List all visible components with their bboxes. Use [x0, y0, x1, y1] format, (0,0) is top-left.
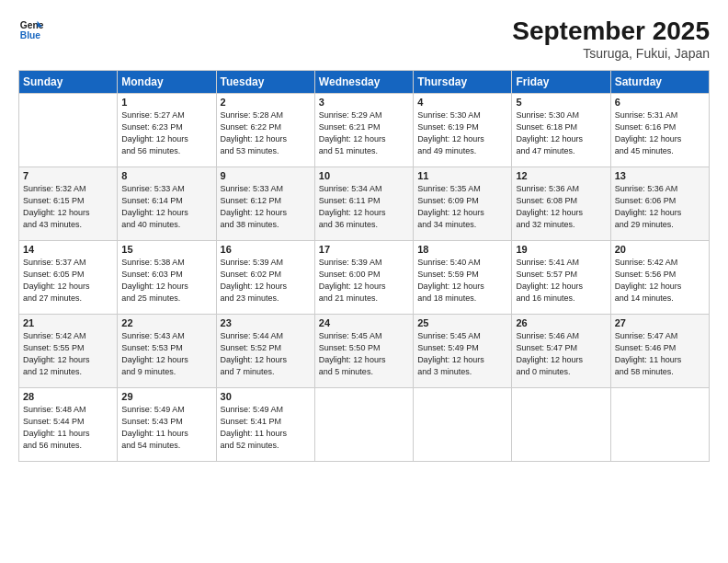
- day-number: 18: [417, 244, 507, 255]
- day-number: 4: [417, 97, 507, 108]
- col-header-tuesday: Tuesday: [216, 71, 314, 94]
- calendar-cell: 17Sunrise: 5:39 AM Sunset: 6:00 PM Dayli…: [314, 241, 413, 315]
- calendar-cell: 25Sunrise: 5:45 AM Sunset: 5:49 PM Dayli…: [414, 315, 512, 388]
- col-header-wednesday: Wednesday: [314, 71, 413, 94]
- month-title: September 2025: [512, 17, 710, 46]
- day-number: 6: [615, 97, 705, 108]
- day-number: 17: [319, 244, 409, 255]
- day-number: 10: [319, 170, 409, 181]
- cell-content: Sunrise: 5:36 AM Sunset: 6:08 PM Dayligh…: [516, 183, 606, 231]
- cell-content: Sunrise: 5:29 AM Sunset: 6:21 PM Dayligh…: [319, 109, 409, 157]
- cell-content: Sunrise: 5:45 AM Sunset: 5:50 PM Dayligh…: [319, 330, 409, 378]
- calendar-cell: [19, 94, 118, 167]
- day-number: 8: [121, 170, 211, 181]
- week-row-4: 21Sunrise: 5:42 AM Sunset: 5:55 PM Dayli…: [19, 315, 710, 388]
- calendar-cell: 9Sunrise: 5:33 AM Sunset: 6:12 PM Daylig…: [216, 167, 314, 241]
- cell-content: Sunrise: 5:30 AM Sunset: 6:18 PM Dayligh…: [516, 109, 606, 157]
- day-number: 22: [121, 317, 211, 328]
- col-header-saturday: Saturday: [610, 71, 709, 94]
- day-number: 29: [121, 391, 211, 402]
- day-number: 20: [615, 244, 705, 255]
- cell-content: Sunrise: 5:40 AM Sunset: 5:59 PM Dayligh…: [417, 257, 507, 304]
- cell-content: Sunrise: 5:33 AM Sunset: 6:14 PM Dayligh…: [121, 183, 211, 231]
- cell-content: Sunrise: 5:32 AM Sunset: 6:15 PM Dayligh…: [23, 183, 113, 231]
- day-number: 7: [23, 170, 113, 181]
- calendar-cell: 24Sunrise: 5:45 AM Sunset: 5:50 PM Dayli…: [314, 315, 413, 388]
- calendar-cell: 27Sunrise: 5:47 AM Sunset: 5:46 PM Dayli…: [610, 315, 709, 388]
- location-subtitle: Tsuruga, Fukui, Japan: [512, 46, 710, 61]
- calendar-cell: [512, 388, 610, 462]
- logo-icon: General Blue: [18, 17, 44, 42]
- week-row-5: 28Sunrise: 5:48 AM Sunset: 5:44 PM Dayli…: [19, 388, 710, 462]
- cell-content: Sunrise: 5:49 AM Sunset: 5:41 PM Dayligh…: [221, 404, 311, 452]
- cell-content: Sunrise: 5:33 AM Sunset: 6:12 PM Dayligh…: [221, 183, 311, 231]
- day-number: 26: [516, 317, 606, 328]
- day-number: 28: [23, 391, 113, 402]
- cell-content: Sunrise: 5:39 AM Sunset: 6:02 PM Dayligh…: [221, 257, 311, 304]
- cell-content: Sunrise: 5:41 AM Sunset: 5:57 PM Dayligh…: [516, 257, 606, 304]
- cell-content: Sunrise: 5:45 AM Sunset: 5:49 PM Dayligh…: [417, 330, 507, 378]
- title-area: September 2025 Tsuruga, Fukui, Japan: [512, 17, 710, 61]
- calendar-cell: 4Sunrise: 5:30 AM Sunset: 6:19 PM Daylig…: [414, 94, 512, 167]
- calendar-cell: 13Sunrise: 5:36 AM Sunset: 6:06 PM Dayli…: [610, 167, 709, 241]
- day-number: 21: [23, 317, 113, 328]
- calendar-cell: 30Sunrise: 5:49 AM Sunset: 5:41 PM Dayli…: [216, 388, 314, 462]
- col-header-friday: Friday: [512, 71, 610, 94]
- calendar-cell: 2Sunrise: 5:28 AM Sunset: 6:22 PM Daylig…: [216, 94, 314, 167]
- day-number: 9: [221, 170, 311, 181]
- calendar-cell: [414, 388, 512, 462]
- calendar-cell: 21Sunrise: 5:42 AM Sunset: 5:55 PM Dayli…: [19, 315, 118, 388]
- calendar-cell: [314, 388, 413, 462]
- calendar-cell: 29Sunrise: 5:49 AM Sunset: 5:43 PM Dayli…: [118, 388, 216, 462]
- logo: General Blue: [18, 17, 44, 42]
- week-row-1: 1Sunrise: 5:27 AM Sunset: 6:23 PM Daylig…: [19, 94, 710, 167]
- calendar-page: General Blue September 2025 Tsuruga, Fuk…: [0, 0, 728, 563]
- cell-content: Sunrise: 5:31 AM Sunset: 6:16 PM Dayligh…: [615, 109, 705, 157]
- calendar-cell: [610, 388, 709, 462]
- day-number: 5: [516, 97, 606, 108]
- day-number: 27: [615, 317, 705, 328]
- calendar-cell: 5Sunrise: 5:30 AM Sunset: 6:18 PM Daylig…: [512, 94, 610, 167]
- cell-content: Sunrise: 5:39 AM Sunset: 6:00 PM Dayligh…: [319, 257, 409, 304]
- day-number: 1: [121, 97, 211, 108]
- calendar-cell: 12Sunrise: 5:36 AM Sunset: 6:08 PM Dayli…: [512, 167, 610, 241]
- cell-content: Sunrise: 5:37 AM Sunset: 6:05 PM Dayligh…: [23, 257, 113, 304]
- calendar-cell: 22Sunrise: 5:43 AM Sunset: 5:53 PM Dayli…: [118, 315, 216, 388]
- calendar-cell: 11Sunrise: 5:35 AM Sunset: 6:09 PM Dayli…: [414, 167, 512, 241]
- cell-content: Sunrise: 5:42 AM Sunset: 5:55 PM Dayligh…: [23, 330, 113, 378]
- calendar-cell: 26Sunrise: 5:46 AM Sunset: 5:47 PM Dayli…: [512, 315, 610, 388]
- header-row: SundayMondayTuesdayWednesdayThursdayFrid…: [19, 71, 710, 94]
- calendar-cell: 18Sunrise: 5:40 AM Sunset: 5:59 PM Dayli…: [414, 241, 512, 315]
- header: General Blue September 2025 Tsuruga, Fuk…: [18, 17, 710, 61]
- col-header-sunday: Sunday: [19, 71, 118, 94]
- col-header-thursday: Thursday: [414, 71, 512, 94]
- calendar-cell: 16Sunrise: 5:39 AM Sunset: 6:02 PM Dayli…: [216, 241, 314, 315]
- cell-content: Sunrise: 5:43 AM Sunset: 5:53 PM Dayligh…: [121, 330, 211, 378]
- col-header-monday: Monday: [118, 71, 216, 94]
- day-number: 11: [417, 170, 507, 181]
- svg-text:Blue: Blue: [20, 30, 41, 40]
- calendar-cell: 10Sunrise: 5:34 AM Sunset: 6:11 PM Dayli…: [314, 167, 413, 241]
- cell-content: Sunrise: 5:49 AM Sunset: 5:43 PM Dayligh…: [121, 404, 211, 452]
- cell-content: Sunrise: 5:38 AM Sunset: 6:03 PM Dayligh…: [121, 257, 211, 304]
- calendar-cell: 3Sunrise: 5:29 AM Sunset: 6:21 PM Daylig…: [314, 94, 413, 167]
- calendar-cell: 8Sunrise: 5:33 AM Sunset: 6:14 PM Daylig…: [118, 167, 216, 241]
- day-number: 16: [221, 244, 311, 255]
- week-row-2: 7Sunrise: 5:32 AM Sunset: 6:15 PM Daylig…: [19, 167, 710, 241]
- calendar-cell: 14Sunrise: 5:37 AM Sunset: 6:05 PM Dayli…: [19, 241, 118, 315]
- calendar-cell: 23Sunrise: 5:44 AM Sunset: 5:52 PM Dayli…: [216, 315, 314, 388]
- calendar-cell: 28Sunrise: 5:48 AM Sunset: 5:44 PM Dayli…: [19, 388, 118, 462]
- cell-content: Sunrise: 5:27 AM Sunset: 6:23 PM Dayligh…: [121, 109, 211, 157]
- calendar-cell: 1Sunrise: 5:27 AM Sunset: 6:23 PM Daylig…: [118, 94, 216, 167]
- calendar-cell: 7Sunrise: 5:32 AM Sunset: 6:15 PM Daylig…: [19, 167, 118, 241]
- cell-content: Sunrise: 5:46 AM Sunset: 5:47 PM Dayligh…: [516, 330, 606, 378]
- day-number: 23: [221, 317, 311, 328]
- day-number: 19: [516, 244, 606, 255]
- cell-content: Sunrise: 5:44 AM Sunset: 5:52 PM Dayligh…: [221, 330, 311, 378]
- day-number: 12: [516, 170, 606, 181]
- cell-content: Sunrise: 5:42 AM Sunset: 5:56 PM Dayligh…: [615, 257, 705, 304]
- day-number: 30: [221, 391, 311, 402]
- cell-content: Sunrise: 5:48 AM Sunset: 5:44 PM Dayligh…: [23, 404, 113, 452]
- day-number: 24: [319, 317, 409, 328]
- week-row-3: 14Sunrise: 5:37 AM Sunset: 6:05 PM Dayli…: [19, 241, 710, 315]
